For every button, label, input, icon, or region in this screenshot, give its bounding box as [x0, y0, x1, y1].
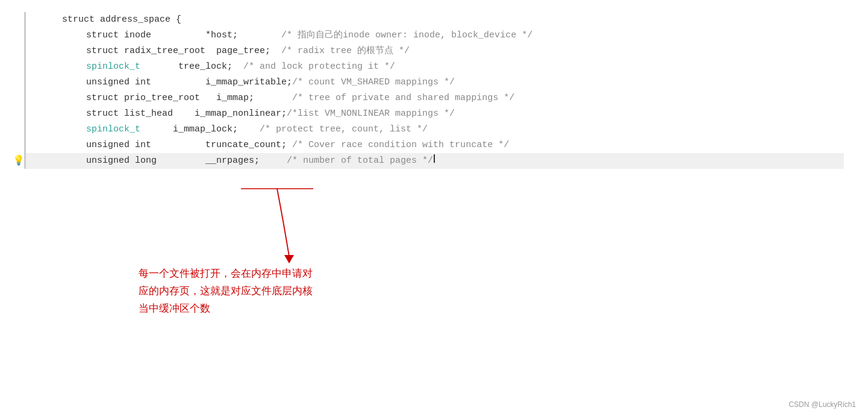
kw-unsigned-9: unsigned — [86, 154, 135, 168]
code-line-7: spinlock_t i_mmap_lock; /* protect tree,… — [26, 122, 844, 137]
kw-struct-2: struct — [86, 44, 124, 58]
kw-struct-6: struct — [86, 107, 124, 121]
code-line-2: struct radix_tree_root page_tree; /* rad… — [26, 43, 844, 59]
struct-header-line: struct address_space { — [26, 12, 844, 28]
field-tree-lock: tree_lock; — [140, 60, 243, 74]
type-list-head: list_head — [124, 107, 195, 121]
comment-5: /* tree of private and shared mappings *… — [292, 91, 514, 106]
kw-unsigned-8: unsigned — [86, 138, 135, 153]
comment-1: /* 指向自己的inode owner: inode, block_device… — [281, 28, 532, 43]
code-line-8: unsigned int truncate_count; /* Cover ra… — [26, 137, 844, 153]
struct-name: address_space — [100, 13, 176, 27]
field-nrpages: __nrpages; — [157, 154, 287, 168]
code-line-3: spinlock_t tree_lock; /* and lock protec… — [26, 59, 844, 75]
comment-9: /* number of total pages */ — [287, 154, 433, 168]
text-cursor — [434, 154, 435, 163]
kw-long-9: long — [135, 154, 157, 168]
kw-struct-1: struct — [86, 28, 124, 43]
type-prio-tree: prio_tree_root — [124, 91, 216, 106]
open-brace: { — [176, 13, 181, 27]
annotation-arrow — [235, 184, 343, 268]
kw-int-8: int — [135, 138, 151, 153]
comment-8: /* Cover race condition with truncate */ — [292, 138, 509, 153]
field-mmap-writable: i_mmap_writable; — [151, 75, 292, 90]
svg-marker-1 — [284, 255, 294, 263]
code-line-9: 💡 unsigned long __nrpages; /* number of … — [26, 153, 844, 169]
field-page-tree: page_tree; — [216, 44, 281, 58]
type-inode: inode — [124, 28, 205, 43]
field-mmap-nonlinear: i_mmap_nonlinear; — [195, 107, 287, 121]
struct-keyword: struct — [62, 13, 100, 27]
comment-7: /* protect tree, count, list */ — [260, 122, 428, 137]
comment-4: /* count VM_SHARED mappings */ — [292, 75, 455, 90]
field-truncate-count: truncate_count; — [151, 138, 292, 153]
field-mmap-lock: i_mmap_lock; — [140, 122, 260, 137]
type-spinlock-7: spinlock_t — [86, 122, 140, 137]
kw-struct-5: struct — [86, 91, 124, 106]
main-container: struct address_space { struct inode *hos… — [0, 0, 868, 416]
code-line-5: struct prio_tree_root i_mmap; /* tree of… — [26, 90, 844, 106]
code-line-4: unsigned int i_mmap_writable;/* count VM… — [26, 75, 844, 90]
kw-int-4: int — [135, 75, 151, 90]
comment-6: /*list VM_NONLINEAR mappings */ — [287, 107, 455, 121]
comment-3: /* and lock protecting it */ — [243, 60, 395, 74]
field-i-mmap: i_mmap; — [216, 91, 292, 106]
bulb-icon: 💡 — [13, 154, 25, 169]
type-radix: radix_tree_root — [124, 44, 216, 58]
code-line-1: struct inode *host; /* 指向自己的inode owner:… — [26, 28, 844, 43]
code-line-6: struct list_head i_mmap_nonlinear;/*list… — [26, 106, 844, 122]
comment-2: /* radix tree 的根节点 */ — [281, 44, 410, 58]
field-host: *host; — [205, 28, 281, 43]
kw-unsigned-4: unsigned — [86, 75, 135, 90]
code-block: struct address_space { struct inode *hos… — [24, 12, 844, 169]
csdn-credit: CSDN @LuckyRich1 — [788, 400, 856, 409]
annotation-text: 每一个文件被打开，会在内存中申请对应的内存页，这就是对应文件底层内核当中缓冲区个… — [139, 265, 313, 318]
type-spinlock-3: spinlock_t — [86, 60, 140, 74]
